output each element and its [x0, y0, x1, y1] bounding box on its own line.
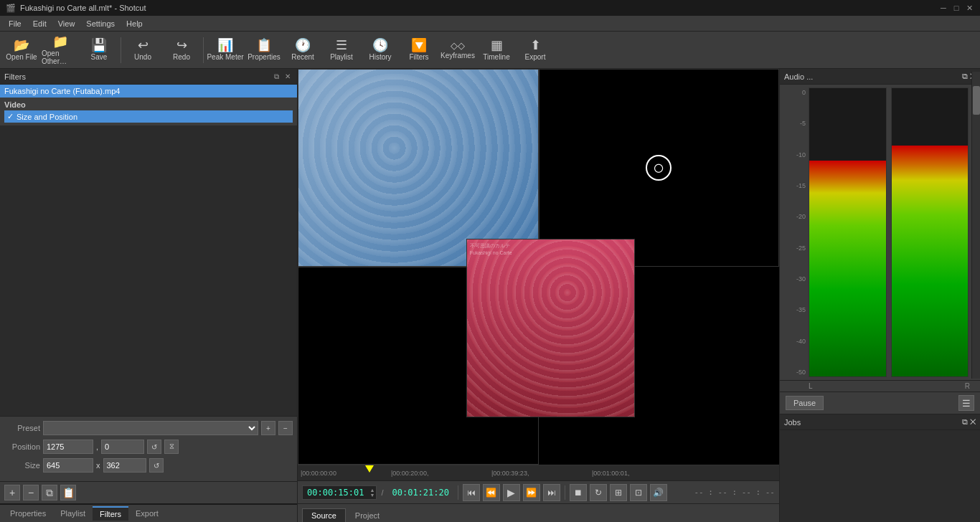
properties-button[interactable]: 📋 Properties: [245, 34, 283, 67]
preset-select[interactable]: [43, 421, 258, 435]
filters-content: Fukashigi no Carte (Futaba).mp4 Video ✓ …: [0, 85, 297, 416]
audio-toggle-button[interactable]: 🔊: [650, 484, 667, 501]
scale-50: -50: [786, 369, 806, 376]
video-preview: ○ 不可思議のカルテFukashigi no Carte: [298, 69, 779, 465]
menu-settings[interactable]: Settings: [80, 18, 121, 29]
jobs-panel-title: Jobs: [784, 418, 801, 427]
pb-sep-2: [565, 485, 565, 500]
panel-tab-export[interactable]: Export: [128, 507, 166, 520]
menu-edit[interactable]: Edit: [27, 18, 52, 29]
maximize-button[interactable]: □: [951, 3, 961, 13]
audio-bar-R: [891, 87, 969, 377]
timeline-label: Timeline: [483, 53, 509, 61]
zoom-button[interactable]: ⊡: [630, 484, 647, 501]
project-tab[interactable]: Project: [346, 508, 389, 522]
preset-remove-button[interactable]: −: [278, 421, 293, 435]
filter-item-size-position[interactable]: ✓ Size and Position: [4, 110, 293, 123]
source-tab[interactable]: Source: [302, 508, 346, 522]
peak-meter-button[interactable]: 📊 Peak Meter: [207, 34, 244, 67]
time-arrows[interactable]: ▲ ▼: [368, 488, 376, 498]
current-time-display: 00:00:15:01: [303, 486, 368, 499]
preset-add-button[interactable]: +: [261, 421, 275, 435]
audio-pause-button[interactable]: Pause: [786, 396, 824, 410]
menu-view[interactable]: View: [52, 18, 81, 29]
filter-add-button[interactable]: +: [4, 485, 20, 500]
audio-level-L: [809, 161, 886, 377]
close-button[interactable]: ✕: [964, 3, 974, 13]
filters-float-button[interactable]: ⧉: [271, 72, 281, 82]
timeline-button[interactable]: ▦ Timeline: [478, 34, 515, 67]
menu-help[interactable]: Help: [121, 18, 149, 29]
scale-35: -35: [786, 306, 806, 313]
skip-start-button[interactable]: ⏮: [463, 484, 480, 501]
filter-remove-button[interactable]: −: [23, 485, 39, 500]
redo-label: Redo: [173, 53, 190, 61]
panel-tabs: Properties Playlist Filters Export: [0, 503, 297, 522]
panel-tab-playlist[interactable]: Playlist: [53, 507, 93, 520]
menubar: File Edit View Settings Help: [0, 16, 980, 32]
panel-tab-properties[interactable]: Properties: [3, 507, 53, 520]
playback-controls: 00:00:15:01 ▲ ▼ / 00:01:21:20 ⏮ ⏪ ▶ ⏩ ⏭ …: [298, 480, 779, 503]
size-label: Size: [4, 461, 40, 470]
undo-button[interactable]: ↩ Undo: [124, 34, 161, 67]
filters-panel: Filters ⧉ ✕ Fukashigi no Carte (Futaba).…: [0, 69, 298, 522]
size-h-input[interactable]: [103, 458, 146, 473]
fast-forward-button[interactable]: ⏩: [523, 484, 540, 501]
filter-video-section: Video ✓ Size and Position: [0, 98, 297, 125]
history-icon: 🕓: [372, 39, 388, 52]
recent-icon: 🕐: [295, 39, 311, 52]
audio-panel-title: Audio ...: [784, 72, 813, 81]
ruler-60: |00:01:00:01,: [592, 470, 629, 477]
filter-position-row: Position , ↺ ⧖: [4, 440, 293, 454]
jobs-close-button[interactable]: ✕: [970, 417, 976, 426]
skip-end-button[interactable]: ⏭: [543, 484, 560, 501]
filters-header-buttons: ⧉ ✕: [271, 72, 293, 82]
right-panels: Audio ... ⧉ ✕ 0 -5 -10 -15 -20 -25 -30 -…: [779, 69, 980, 522]
keyframes-button[interactable]: ◇◇ Keyframes: [439, 34, 476, 67]
save-button[interactable]: 💾 Save: [80, 34, 118, 67]
size-reset-button[interactable]: ↺: [149, 458, 164, 473]
timeline-ruler-strip: |00:00:00:00 |00:00:20:00, |00:00:39:23,…: [298, 465, 779, 480]
export-icon: ⬆: [530, 39, 541, 52]
title-text: Fukashigi no Carte all.mlt* - Shotcut: [20, 4, 146, 12]
position-y-input[interactable]: [101, 440, 144, 454]
toolbar-sep-2: [203, 37, 204, 63]
history-button[interactable]: 🕓 History: [362, 34, 399, 67]
audio-content: 0 -5 -10 -15 -20 -25 -30 -35 -40 -50: [780, 85, 980, 380]
filters-close-button[interactable]: ✕: [283, 72, 293, 82]
filter-copy-button[interactable]: ⧉: [42, 485, 57, 500]
scale-0: 0: [786, 89, 806, 96]
playlist-button[interactable]: ☰ Playlist: [323, 34, 360, 67]
recent-button[interactable]: 🕐 Recent: [284, 34, 321, 67]
play-button[interactable]: ▶: [503, 484, 520, 501]
main-area: Filters ⧉ ✕ Fukashigi no Carte (Futaba).…: [0, 69, 980, 522]
export-button[interactable]: ⬆ Export: [517, 34, 554, 67]
panel-tab-filters[interactable]: Filters: [93, 506, 128, 521]
prev-frame-button[interactable]: ⏪: [483, 484, 500, 501]
size-w-input[interactable]: [43, 458, 93, 473]
jobs-float-button[interactable]: ⧉: [962, 417, 968, 426]
open-other-button[interactable]: 📁 Open Other…: [42, 34, 79, 67]
loop-button[interactable]: ↻: [590, 484, 607, 501]
position-reset-button[interactable]: ↺: [147, 440, 161, 454]
audio-L-label: L: [809, 382, 813, 390]
grid-button[interactable]: ⊞: [610, 484, 627, 501]
audio-float-button[interactable]: ⧉: [962, 72, 968, 80]
position-keyframe-button[interactable]: ⧖: [164, 440, 179, 454]
filters-scrollbar[interactable]: [971, 72, 980, 379]
menu-file[interactable]: File: [3, 18, 27, 29]
pb-sep-1: [458, 485, 458, 500]
position-x-input[interactable]: [43, 440, 93, 454]
filter-paste-button[interactable]: 📋: [60, 485, 76, 500]
open-other-label: Open Other…: [42, 49, 79, 65]
minimize-button[interactable]: ─: [938, 3, 948, 13]
time-separator: /: [380, 488, 385, 497]
open-file-icon: 📂: [14, 39, 29, 52]
filters-button[interactable]: 🔽 Filters: [400, 34, 438, 67]
stop-button[interactable]: ⏹: [570, 484, 587, 501]
audio-menu-button[interactable]: ☰: [958, 395, 974, 411]
open-file-button[interactable]: 📂 Open File: [3, 34, 40, 67]
redo-button[interactable]: ↪ Redo: [163, 34, 200, 67]
source-project-tabs: Source Project: [298, 503, 779, 522]
scale-30: -30: [786, 275, 806, 283]
